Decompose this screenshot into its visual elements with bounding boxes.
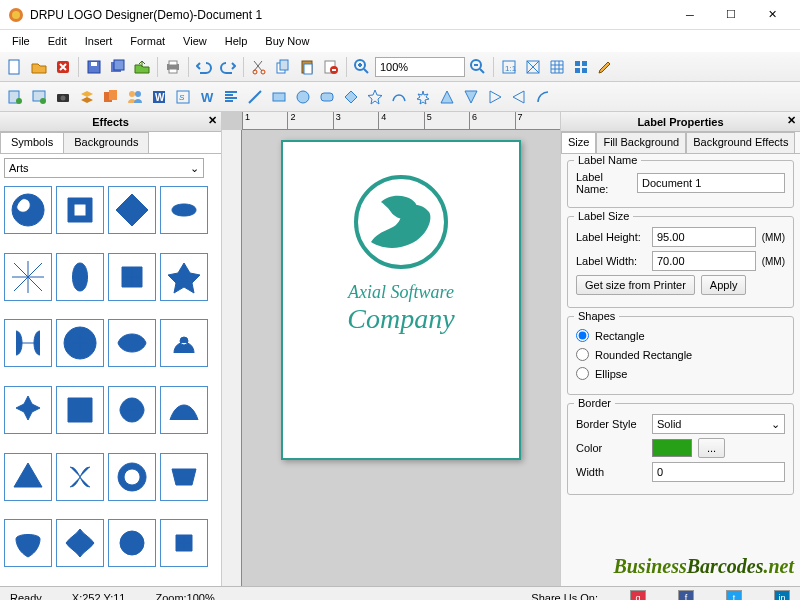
triangle-left-icon[interactable] [508,86,530,108]
paste-icon[interactable] [296,56,318,78]
export-icon[interactable] [131,56,153,78]
open-icon[interactable] [28,56,50,78]
add-image-icon[interactable] [28,86,50,108]
align-icon[interactable] [220,86,242,108]
symbol-item[interactable] [56,519,104,567]
cut-icon[interactable] [248,56,270,78]
delete-icon[interactable] [52,56,74,78]
symbol-item[interactable] [160,453,208,501]
star-icon[interactable] [364,86,386,108]
border-width-input[interactable] [652,462,785,482]
symbol-item[interactable] [108,253,156,301]
menu-file[interactable]: File [4,33,38,49]
symbol-item[interactable] [160,253,208,301]
symbol-item[interactable] [108,386,156,434]
canvas-text-line1[interactable]: Axial Software [348,282,454,303]
properties-close-icon[interactable]: ✕ [787,114,796,127]
symbol-item[interactable] [56,319,104,367]
add-object-icon[interactable] [4,86,26,108]
redo-icon[interactable] [217,56,239,78]
print-icon[interactable] [162,56,184,78]
arc-icon[interactable] [532,86,554,108]
tab-size[interactable]: Size [561,132,596,153]
tab-fill-background[interactable]: Fill Background [596,132,686,153]
close-button[interactable]: ✕ [752,1,792,29]
circle-tool-icon[interactable] [292,86,314,108]
group-icon[interactable] [100,86,122,108]
tab-background-effects[interactable]: Background Effects [686,132,795,153]
symbol-item[interactable] [4,453,52,501]
symbol-item[interactable] [4,519,52,567]
canvas-viewport[interactable]: Axial Software Company [242,130,560,586]
text-tool-icon[interactable]: W [196,86,218,108]
burst-icon[interactable] [412,86,434,108]
rect-tool-icon[interactable] [268,86,290,108]
category-dropdown[interactable]: Arts⌄ [4,158,204,178]
border-color-swatch[interactable] [652,439,692,457]
rounded-rect-icon[interactable] [316,86,338,108]
symbol-item[interactable] [108,186,156,234]
shape-rectangle[interactable]: Rectangle [576,329,785,342]
symbol-item[interactable] [160,519,208,567]
maximize-button[interactable]: ☐ [711,1,751,29]
color-picker-button[interactable]: ... [698,438,725,458]
save-icon[interactable] [83,56,105,78]
actual-size-icon[interactable] [522,56,544,78]
fit-icon[interactable]: 1:1 [498,56,520,78]
symbol-item[interactable] [56,453,104,501]
zoom-in-icon[interactable] [351,56,373,78]
border-style-dropdown[interactable]: Solid⌄ [652,414,785,434]
menu-format[interactable]: Format [122,33,173,49]
globe-logo-icon[interactable] [351,172,451,272]
canvas-text-line2[interactable]: Company [347,303,454,335]
tab-symbols[interactable]: Symbols [0,132,64,153]
label-width-input[interactable] [652,251,756,271]
menu-edit[interactable]: Edit [40,33,75,49]
symbol-item[interactable] [108,519,156,567]
social-linkedin-icon[interactable]: in [774,590,790,601]
menu-insert[interactable]: Insert [77,33,121,49]
stamp-icon[interactable]: S [172,86,194,108]
label-height-input[interactable] [652,227,756,247]
word-icon[interactable]: W [148,86,170,108]
apply-button[interactable]: Apply [701,275,747,295]
tab-backgrounds[interactable]: Backgrounds [63,132,149,153]
grid4-icon[interactable] [570,56,592,78]
social-twitter-icon[interactable]: t [726,590,742,601]
get-size-button[interactable]: Get size from Printer [576,275,695,295]
menu-buy-now[interactable]: Buy Now [257,33,317,49]
triangle-down-icon[interactable] [460,86,482,108]
diamond-icon[interactable] [340,86,362,108]
symbol-item[interactable] [4,386,52,434]
symbol-item[interactable] [4,186,52,234]
symbol-item[interactable] [4,319,52,367]
shape-rounded-rectangle[interactable]: Rounded Rectangle [576,348,785,361]
triangle-up-icon[interactable] [436,86,458,108]
zoom-out-icon[interactable] [467,56,489,78]
symbol-item[interactable] [160,319,208,367]
menu-help[interactable]: Help [217,33,256,49]
users-icon[interactable] [124,86,146,108]
symbol-item[interactable] [160,186,208,234]
layers-icon[interactable] [76,86,98,108]
symbol-item[interactable] [108,319,156,367]
symbol-item[interactable] [4,253,52,301]
undo-icon[interactable] [193,56,215,78]
color-edit-icon[interactable] [594,56,616,78]
triangle-right-icon[interactable] [484,86,506,108]
remove-icon[interactable] [320,56,342,78]
minimize-button[interactable]: ─ [670,1,710,29]
line-tool-icon[interactable] [244,86,266,108]
symbol-item[interactable] [56,186,104,234]
save-as-icon[interactable] [107,56,129,78]
zoom-combobox[interactable] [375,57,465,77]
label-name-input[interactable] [637,173,785,193]
grid-icon[interactable] [546,56,568,78]
social-facebook-icon[interactable]: f [678,590,694,601]
symbol-item[interactable] [56,253,104,301]
copy-icon[interactable] [272,56,294,78]
new-icon[interactable] [4,56,26,78]
symbol-item[interactable] [108,453,156,501]
camera-icon[interactable] [52,86,74,108]
symbol-item[interactable] [56,386,104,434]
